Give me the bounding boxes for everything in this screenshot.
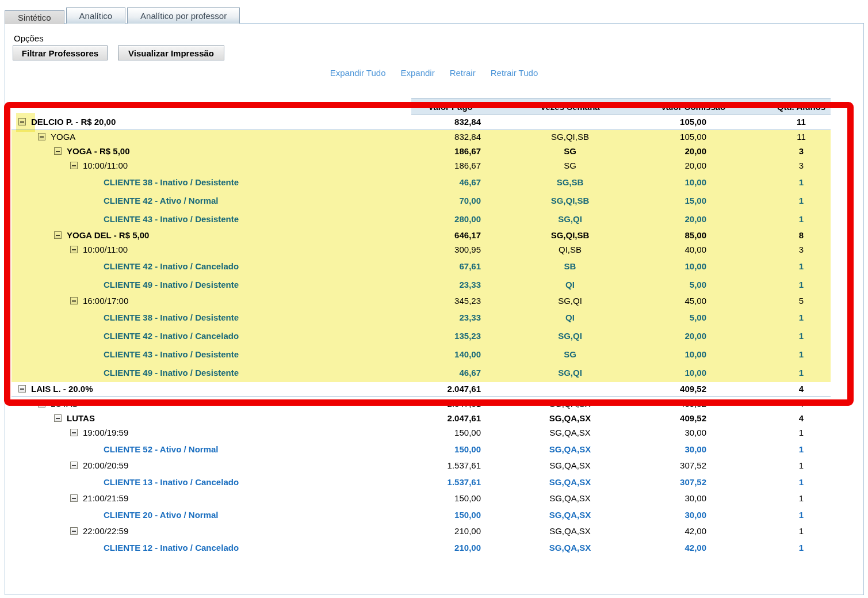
collapse-icon[interactable] — [54, 231, 62, 239]
row-label: CLIENTE 42 - Inativo / Cancelado — [104, 261, 239, 271]
row-label: LUTAS — [51, 399, 78, 409]
valor-comissao-cell: 5,00 — [628, 313, 758, 322]
table-row[interactable]: CLIENTE 49 - Inativo / Desistente23,33QI… — [12, 275, 831, 294]
row-name-cell: CLIENTE 52 - Ativo / Normal — [12, 444, 411, 454]
row-name-cell: 16:00/17:00 — [12, 296, 411, 306]
table-row[interactable]: CLIENTE 42 - Inativo / Cancelado67,61SB1… — [12, 257, 831, 275]
row-name-cell: CLIENTE 49 - Inativo / Desistente — [12, 368, 411, 378]
collapse-icon[interactable] — [70, 246, 78, 253]
valor-pago-cell: 2.047,61 — [411, 413, 512, 423]
table-row[interactable]: YOGA - R$ 5,00186,67SG20,003 — [12, 144, 831, 158]
valor-comissao-cell: 307,52 — [628, 460, 758, 470]
valor-pago-cell: 70,00 — [411, 196, 512, 205]
expand-all-link[interactable]: Expandir Tudo — [330, 68, 386, 78]
table-row[interactable]: CLIENTE 49 - Inativo / Desistente46,67SG… — [12, 363, 831, 382]
table-row[interactable]: 22:00/22:59210,00SG,QA,SX42,001 — [12, 524, 831, 538]
row-name-cell: CLIENTE 38 - Inativo / Desistente — [12, 313, 411, 322]
vezes-semana-cell: SG,QA,SX — [512, 493, 628, 503]
row-name-cell: 22:00/22:59 — [12, 526, 411, 536]
vezes-semana-cell: SG,QI,SB — [512, 230, 628, 240]
valor-pago-cell: 140,00 — [411, 349, 512, 359]
collapse-icon[interactable] — [70, 527, 78, 535]
print-preview-button[interactable]: Visualizar Impressão — [118, 45, 224, 60]
collapse-icon[interactable] — [18, 118, 26, 125]
table-row[interactable]: 16:00/17:00345,23SG,QI45,005 — [12, 294, 831, 308]
tree-controls: Expandir Tudo Expandir Retrair Retrair T… — [0, 68, 868, 78]
table-row[interactable]: 10:00/11:00186,67SG20,003 — [12, 158, 831, 173]
collapse-icon[interactable] — [70, 297, 78, 304]
table-row[interactable]: LAIS L. - 20.0%2.047,61409,524 — [12, 382, 831, 397]
report-page: { "tabs": [ { "label": "Sintético", "act… — [0, 0, 868, 598]
filter-professors-button[interactable]: Filtrar Professores — [13, 45, 108, 60]
table-row[interactable]: LUTAS2.047,61SG,QA,SX409,524 — [12, 397, 831, 411]
row-name-cell: CLIENTE 43 - Inativo / Desistente — [12, 349, 411, 359]
expand-link[interactable]: Expandir — [400, 68, 434, 78]
collapse-icon[interactable] — [38, 400, 45, 407]
valor-pago-cell: 300,95 — [411, 245, 512, 254]
valor-comissao-cell: 30,00 — [628, 493, 758, 503]
table-row[interactable]: 19:00/19:59150,00SG,QA,SX30,001 — [12, 425, 831, 440]
qtd-alunos-cell: 1 — [758, 214, 831, 224]
row-label: YOGA — [51, 132, 75, 142]
table-row[interactable]: DELCIO P. - R$ 20,00832,84105,0011 — [12, 115, 831, 129]
vezes-semana-cell: SG — [512, 161, 628, 170]
qtd-alunos-cell: 1 — [758, 280, 831, 290]
valor-comissao-cell: 30,00 — [628, 444, 758, 454]
tab-analitico-por-professor[interactable]: Analítico por professor — [127, 7, 240, 24]
tab-strip: Sintético Analítico Analítico por profes… — [5, 7, 242, 24]
collapse-icon[interactable] — [54, 414, 62, 422]
table-row[interactable]: CLIENTE 20 - Ativo / Normal150,00SG,QA,S… — [12, 505, 831, 524]
table-row[interactable]: 20:00/20:591.537,61SG,QA,SX307,521 — [12, 458, 831, 473]
valor-pago-cell: 345,23 — [411, 296, 512, 306]
row-label: CLIENTE 38 - Inativo / Desistente — [104, 313, 239, 322]
table-row[interactable]: CLIENTE 43 - Inativo / Desistente140,00S… — [12, 345, 831, 363]
valor-comissao-cell: 30,00 — [628, 510, 758, 520]
table-row[interactable]: CLIENTE 52 - Ativo / Normal150,00SG,QA,S… — [12, 440, 831, 458]
table-row[interactable]: CLIENTE 42 - Inativo / Cancelado135,23SG… — [12, 326, 831, 345]
row-label: CLIENTE 43 - Inativo / Desistente — [104, 349, 239, 359]
row-name-cell: CLIENTE 42 - Inativo / Cancelado — [12, 331, 411, 341]
vezes-semana-cell: SG,SB — [512, 177, 628, 187]
table-row[interactable]: CLIENTE 12 - Inativo / Cancelado210,00SG… — [12, 538, 831, 557]
collapse-link[interactable]: Retrair — [450, 68, 476, 78]
collapse-icon[interactable] — [70, 462, 78, 469]
valor-comissao-cell: 85,00 — [628, 230, 758, 240]
valor-pago-cell: 150,00 — [411, 428, 512, 437]
valor-pago-cell: 23,33 — [411, 280, 512, 290]
row-name-cell: LAIS L. - 20.0% — [12, 384, 411, 394]
valor-comissao-cell: 42,00 — [628, 526, 758, 536]
collapse-icon[interactable] — [18, 385, 26, 393]
tab-analitico[interactable]: Analítico — [66, 7, 126, 24]
table-row[interactable]: 10:00/11:00300,95QI,SB40,003 — [12, 242, 831, 257]
row-label: 16:00/17:00 — [83, 296, 128, 306]
valor-pago-cell: 135,23 — [411, 331, 512, 341]
tab-sintetico[interactable]: Sintético — [5, 10, 64, 24]
table-row[interactable]: YOGA832,84SG,QI,SB105,0011 — [12, 129, 831, 144]
vezes-semana-cell: SG,QI,SB — [512, 132, 628, 142]
collapse-all-link[interactable]: Retrair Tudo — [491, 68, 538, 78]
collapse-icon[interactable] — [38, 133, 45, 140]
table-row[interactable]: 21:00/21:59150,00SG,QA,SX30,001 — [12, 491, 831, 505]
table-row[interactable]: YOGA DEL - R$ 5,00646,17SG,QI,SB85,008 — [12, 228, 831, 242]
table-row[interactable]: CLIENTE 38 - Inativo / Desistente46,67SG… — [12, 173, 831, 191]
table-row[interactable]: CLIENTE 43 - Inativo / Desistente280,00S… — [12, 210, 831, 228]
vezes-semana-cell: SG,QA,SX — [512, 460, 628, 470]
collapse-icon[interactable] — [70, 494, 78, 502]
table-row[interactable]: LUTAS2.047,61SG,QA,SX409,524 — [12, 411, 831, 425]
valor-comissao-cell: 30,00 — [628, 428, 758, 437]
valor-pago-cell: 280,00 — [411, 214, 512, 224]
collapse-icon[interactable] — [54, 147, 62, 155]
table-row[interactable]: CLIENTE 13 - Inativo / Cancelado1.537,61… — [12, 473, 831, 491]
row-name-cell: CLIENTE 49 - Inativo / Desistente — [12, 280, 411, 290]
commission-tree-table: Valor Pago Vezes Semana Valor Comissão Q… — [12, 98, 831, 557]
table-row[interactable]: CLIENTE 42 - Ativo / Normal70,00SG,QI,SB… — [12, 191, 831, 210]
collapse-icon[interactable] — [70, 162, 78, 169]
row-label: YOGA DEL - R$ 5,00 — [67, 230, 149, 240]
collapse-icon[interactable] — [70, 429, 78, 436]
valor-pago-cell: 23,33 — [411, 313, 512, 322]
options-legend: Opções — [14, 33, 44, 43]
table-row[interactable]: CLIENTE 38 - Inativo / Desistente23,33QI… — [12, 308, 831, 326]
row-name-cell: CLIENTE 38 - Inativo / Desistente — [12, 177, 411, 187]
qtd-alunos-cell: 4 — [758, 399, 831, 409]
valor-comissao-cell: 40,00 — [628, 245, 758, 254]
